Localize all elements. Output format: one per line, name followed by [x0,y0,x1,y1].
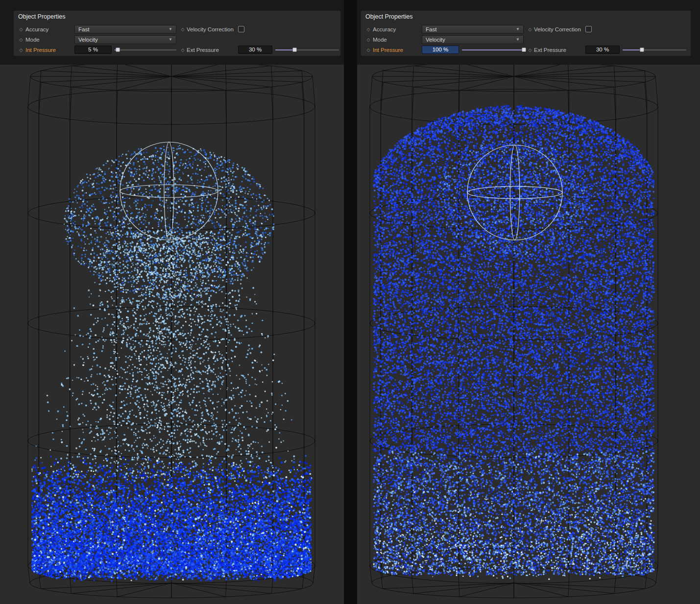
int-pressure-field[interactable]: 100 % [422,46,459,54]
accuracy-value: Fast [78,25,89,33]
key-diamond-icon[interactable]: ◇ [365,35,372,44]
int-pressure-label: Int Pressure [373,46,403,54]
int-pressure-slider[interactable] [115,46,176,54]
key-diamond-icon[interactable]: ◇ [365,46,372,54]
chevron-down-icon: ▼ [516,25,520,33]
mode-dropdown[interactable]: Velocity ▼ [74,35,176,44]
slider-thumb[interactable] [522,48,526,52]
object-properties-panel-right: Object Properties ◇ Accuracy Fast ▼ ◇ Ve… [361,11,691,56]
slider-fill [275,49,294,50]
slider-track[interactable] [115,49,176,50]
velocity-correction-label: Velocity Correction [187,25,234,34]
key-diamond-icon[interactable]: ◇ [18,25,24,34]
key-diamond-icon[interactable]: ◇ [18,35,24,44]
ext-pressure-field[interactable]: 30 % [238,46,272,54]
ext-pressure-slider[interactable] [275,46,339,54]
chevron-down-icon: ▼ [516,36,520,44]
accuracy-label: Accuracy [25,25,48,34]
slider-fill [623,49,642,50]
ext-pressure-slider[interactable] [623,46,686,54]
ext-pressure-field[interactable]: 30 % [585,46,620,54]
accuracy-dropdown[interactable]: Fast ▼ [74,25,176,34]
key-diamond-icon[interactable]: ◇ [18,46,24,54]
chevron-down-icon: ▼ [169,36,172,44]
slider-thumb[interactable] [116,48,120,52]
key-diamond-icon[interactable]: ◇ [179,25,186,34]
chevron-down-icon: ▼ [169,25,172,33]
panel-title: Object Properties [18,13,66,20]
viewport-3d-right[interactable] [357,65,700,604]
key-diamond-icon[interactable]: ◇ [365,25,372,34]
viewport-3d-left[interactable] [0,65,344,604]
key-diamond-icon[interactable]: ◇ [179,46,186,54]
ext-pressure-label: Ext Pressure [534,46,566,54]
velocity-correction-checkbox[interactable] [585,26,592,32]
mode-value: Velocity [426,36,445,44]
velocity-correction-checkbox[interactable] [238,26,244,32]
mode-dropdown[interactable]: Velocity ▼ [422,35,524,44]
right-pane: Object Properties ◇ Accuracy Fast ▼ ◇ Ve… [357,0,700,604]
velocity-correction-label: Velocity Correction [534,25,581,34]
panel-title: Object Properties [365,13,413,20]
mode-value: Velocity [78,36,98,44]
key-diamond-icon[interactable]: ◇ [527,46,533,54]
key-diamond-icon[interactable]: ◇ [527,25,533,34]
mode-label: Mode [373,35,387,44]
slider-thumb[interactable] [292,48,297,52]
mode-label: Mode [25,35,40,44]
slider-fill [462,49,524,50]
left-pane: Object Properties ◇ Accuracy Fast ▼ ◇ Ve… [0,0,344,604]
accuracy-value: Fast [426,25,436,33]
slider-thumb[interactable] [640,48,644,52]
ext-pressure-label: Ext Pressure [187,46,219,54]
object-properties-panel-left: Object Properties ◇ Accuracy Fast ▼ ◇ Ve… [14,11,340,56]
int-pressure-slider[interactable] [462,46,524,54]
int-pressure-label: Int Pressure [25,46,56,54]
accuracy-label: Accuracy [373,25,396,34]
viewport-divider [344,0,357,604]
int-pressure-field[interactable]: 5 % [74,46,112,54]
accuracy-dropdown[interactable]: Fast ▼ [422,25,524,34]
